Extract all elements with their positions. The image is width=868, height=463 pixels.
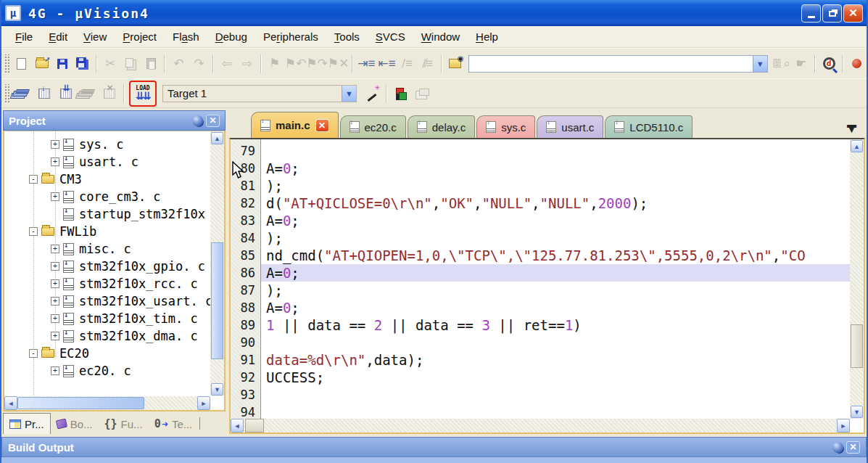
menu-peripherals[interactable]: Peripherals <box>255 28 326 46</box>
tree-item-fwlib[interactable]: -FWLib <box>4 223 210 240</box>
toolbar-grip-2[interactable] <box>4 84 9 103</box>
search-combo-dropdown[interactable]: ▼ <box>753 56 767 72</box>
code-line-94[interactable] <box>261 403 850 419</box>
scrollbar-thumb[interactable] <box>851 324 863 369</box>
autohide-pin-icon[interactable] <box>832 442 843 453</box>
project-tree-vertical-scrollbar[interactable]: ▲ ▼ <box>210 131 224 396</box>
menu-debug[interactable]: Debug <box>207 28 255 46</box>
load-download-button[interactable]: LOAD ⇊⇊ <box>131 82 155 105</box>
tree-item-usart-c[interactable]: +usart. c <box>4 153 210 171</box>
find-in-doc-button[interactable]: 🗏⌕ <box>771 53 791 75</box>
scroll-right-button[interactable]: ► <box>837 419 850 433</box>
tree-toggle[interactable]: + <box>51 332 59 340</box>
scroll-right-button[interactable]: ► <box>197 396 210 410</box>
translate-button[interactable] <box>12 83 33 105</box>
project-panel-close-button[interactable]: ✕ <box>206 115 220 127</box>
tree-toggle[interactable]: + <box>51 366 59 375</box>
bookmark-clear-button[interactable]: ⚑✕ <box>328 53 349 75</box>
new-file-button[interactable] <box>12 53 32 75</box>
tab-close-button[interactable]: ✕ <box>315 119 329 132</box>
line-number[interactable]: 94 <box>231 403 255 419</box>
line-number[interactable]: 90 <box>231 334 255 351</box>
line-number[interactable]: 84 <box>231 229 255 247</box>
code-text-area[interactable]: A=0;);d("AT+QICLOSE=0\r\n","OK","NULL","… <box>261 139 850 419</box>
code-line-83[interactable]: A=0; <box>261 212 850 229</box>
line-number[interactable]: 85 <box>231 247 255 264</box>
line-number[interactable]: 87 <box>231 282 255 299</box>
line-number[interactable]: 88 <box>231 299 255 316</box>
menu-window[interactable]: Window <box>413 28 468 46</box>
line-number-gutter[interactable]: 79808182838485868788899091929394 <box>231 139 261 419</box>
bookmark-prev-button[interactable]: ⚑↶ <box>285 53 306 75</box>
line-number[interactable]: 91 <box>231 351 255 369</box>
line-number[interactable]: 81 <box>231 177 255 194</box>
code-line-92[interactable]: UCCESS; <box>261 369 850 386</box>
find-in-files-button[interactable] <box>445 53 466 75</box>
editor-horizontal-scrollbar[interactable]: ◄ ► <box>231 419 850 433</box>
workspace-tab-fu[interactable]: {}Fu... <box>99 413 149 434</box>
document-tab-main-c[interactable]: main.c✕ <box>251 112 339 138</box>
navigate-back-button[interactable]: ⇦ <box>217 53 237 75</box>
options-wizard-button[interactable] <box>361 83 383 105</box>
menu-view[interactable]: View <box>75 28 115 46</box>
tree-toggle[interactable]: - <box>29 227 38 236</box>
scrollbar-thumb[interactable] <box>211 242 223 359</box>
redo-button[interactable]: ↷ <box>189 53 210 75</box>
code-line-86[interactable]: A=0; <box>261 264 850 282</box>
code-line-93[interactable] <box>261 386 850 403</box>
indent-right-button[interactable]: ⇥≡ <box>356 53 376 75</box>
scroll-up-button[interactable]: ▲ <box>211 132 223 144</box>
workspace-tab-te[interactable]: 0➜Te... <box>149 413 199 434</box>
scroll-down-button[interactable]: ▼ <box>851 406 863 418</box>
indent-left-button[interactable]: ⇤≡ <box>376 53 397 75</box>
navigate-forward-button[interactable]: ⇨ <box>237 53 257 75</box>
code-line-84[interactable]: ); <box>261 229 850 247</box>
workspace-tab-pr[interactable]: Pr... <box>3 413 51 434</box>
bookmark-toggle-button[interactable]: ⚑ <box>265 53 285 75</box>
tree-toggle[interactable]: + <box>51 245 59 253</box>
line-number[interactable]: 83 <box>231 212 255 229</box>
line-number[interactable]: 86 <box>231 264 255 282</box>
tree-toggle[interactable]: + <box>51 157 59 166</box>
tree-item-ec20-c[interactable]: +ec20. c <box>4 362 210 380</box>
tree-toggle[interactable]: - <box>29 349 38 358</box>
tree-toggle[interactable]: + <box>51 192 59 201</box>
cut-button[interactable]: ✂ <box>100 53 120 75</box>
configure-flash-button[interactable] <box>390 83 412 105</box>
code-line-89[interactable]: 1 || data == 2 || data == 3 || ret==1) <box>261 316 850 334</box>
code-line-82[interactable]: d("AT+QICLOSE=0\r\n","OK","NULL","NULL",… <box>261 194 850 212</box>
document-tab-sys-c[interactable]: sys.c <box>476 115 535 138</box>
bookmark-next-button[interactable]: ⚑↷ <box>306 53 327 75</box>
window-layout-button[interactable] <box>412 83 434 105</box>
tree-item-cm3[interactable]: -CM3 <box>4 171 210 188</box>
menu-edit[interactable]: Edit <box>41 28 75 46</box>
toolbar-grip[interactable] <box>4 54 9 73</box>
line-number[interactable]: 79 <box>231 142 255 160</box>
scroll-left-button[interactable]: ◄ <box>231 419 244 433</box>
menu-project[interactable]: Project <box>115 28 165 46</box>
stop-build-button[interactable]: ✕ <box>99 83 120 105</box>
tree-toggle[interactable]: + <box>51 279 59 288</box>
debug-session-button[interactable]: d <box>819 53 839 75</box>
code-line-80[interactable]: A=0; <box>261 160 850 177</box>
save-button[interactable] <box>52 53 73 75</box>
code-line-88[interactable]: A=0; <box>261 299 850 316</box>
tree-item-startup-stm32f10x[interactable]: startup_stm32f10x <box>4 205 210 223</box>
copy-button[interactable] <box>120 53 141 75</box>
tree-toggle[interactable]: + <box>51 262 59 271</box>
tree-item-stm32f10x-gpio-c[interactable]: +stm32f10x_gpio. c <box>4 258 210 275</box>
run-to-cursor-button[interactable]: ☛ <box>791 53 811 75</box>
tree-item-misc-c[interactable]: +misc. c <box>4 240 210 258</box>
uncomment-button[interactable]: /̸≡ <box>418 53 438 75</box>
comment-button[interactable]: /≡ <box>397 53 418 75</box>
line-number[interactable]: 82 <box>231 194 255 212</box>
build-button[interactable]: ↓ <box>33 83 55 105</box>
document-tab-ec20-c[interactable]: ec20.c <box>340 115 406 138</box>
menu-svcs[interactable]: SVCS <box>368 28 413 46</box>
tree-item-sys-c[interactable]: +sys. c <box>4 136 210 153</box>
editor-vertical-scrollbar[interactable] <box>850 139 864 419</box>
tree-item-ec20[interactable]: -EC20 <box>4 345 210 362</box>
tree-item-stm32f10x-rcc-c[interactable]: +stm32f10x_rcc. c <box>4 275 210 292</box>
menu-file[interactable]: File <box>7 28 41 46</box>
tree-toggle[interactable]: - <box>29 175 38 184</box>
